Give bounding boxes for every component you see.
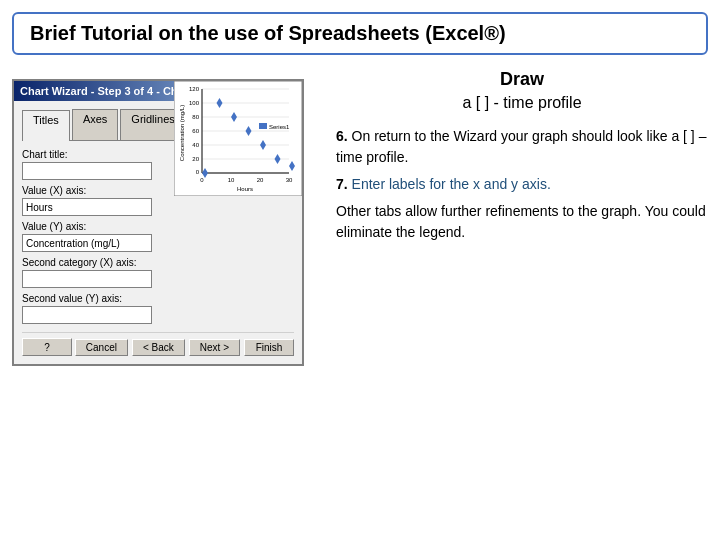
value-x-label: Value (X) axis: [22,185,162,196]
slide-container: Brief Tutorial on the use of Spreadsheet… [0,0,720,540]
value-y-label: Value (Y) axis: [22,221,162,232]
second-x-label: Second category (X) axis: [22,257,162,268]
second-y-label: Second value (Y) axis: [22,293,162,304]
chart-wizard-dialog: Chart Wizard - Step 3 of 4 - Chart Optio… [12,79,304,366]
second-x-row: Second category (X) axis: [22,257,162,288]
svg-rect-0 [174,81,302,196]
svg-text:120: 120 [189,86,200,92]
chart-title-input[interactable] [22,162,152,180]
svg-text:80: 80 [192,114,199,120]
svg-text:Hours: Hours [237,186,253,192]
value-y-row: Value (Y) axis: [22,221,162,252]
second-x-input[interactable] [22,270,152,288]
second-y-row: Second value (Y) axis: [22,293,162,324]
second-y-input[interactable] [22,306,152,324]
step-6-number: 6. [336,128,348,144]
svg-rect-23 [259,123,267,129]
left-panel: Chart Wizard - Step 3 of 4 - Chart Optio… [12,69,312,528]
svg-text:60: 60 [192,128,199,134]
svg-text:Concentration (mg/L): Concentration (mg/L) [179,105,185,161]
slide-title: Brief Tutorial on the use of Spreadsheet… [12,12,708,55]
step-7-text: Enter labels for the x and y axis. [352,176,551,192]
back-button[interactable]: < Back [132,339,185,356]
next-button[interactable]: Next > [189,339,240,356]
step-7: 7. Enter labels for the x and y axis. [336,174,708,195]
dialog-footer: ? Cancel < Back Next > Finish [22,332,294,356]
draw-label: Draw [336,69,708,90]
value-x-input[interactable] [22,198,152,216]
tab-axes[interactable]: Axes [72,109,118,140]
svg-text:40: 40 [192,142,199,148]
right-text: 6. On return to the Wizard your graph sh… [336,126,708,249]
svg-text:100: 100 [189,100,200,106]
chart-preview: Concentration (mg/L) [174,81,302,196]
right-panel: Draw a [ ] - time profile 6. On return t… [312,69,708,528]
svg-text:30: 30 [286,177,293,183]
svg-text:20: 20 [192,156,199,162]
svg-text:10: 10 [228,177,235,183]
draw-sublabel: a [ ] - time profile [336,94,708,112]
step-extra: Other tabs allow further refinements to … [336,201,708,243]
finish-button[interactable]: Finish [244,339,294,356]
dialog-body: Titles Axes Gridlines Legend Data Labels… [14,101,302,364]
chart-title-label: Chart title: [22,149,162,160]
chart-svg: Concentration (mg/L) [174,81,302,196]
step-7-number: 7. [336,176,348,192]
form-section: Chart title: Value (X) axis: Value (Y) a… [22,149,162,324]
footer-buttons: Cancel < Back Next > Finish [75,339,294,356]
footer-left: ? [22,338,72,356]
cancel-button[interactable]: Cancel [75,339,128,356]
form-chart-row: Chart title: Value (X) axis: Value (Y) a… [22,149,294,324]
value-y-input[interactable] [22,234,152,252]
slide-body: Chart Wizard - Step 3 of 4 - Chart Optio… [12,69,708,528]
tab-titles[interactable]: Titles [22,110,70,141]
chart-title-row: Chart title: [22,149,162,180]
svg-text:Series1: Series1 [269,124,290,130]
svg-text:20: 20 [257,177,264,183]
value-x-row: Value (X) axis: [22,185,162,216]
help-button[interactable]: ? [22,338,72,356]
step-6: 6. On return to the Wizard your graph sh… [336,126,708,168]
